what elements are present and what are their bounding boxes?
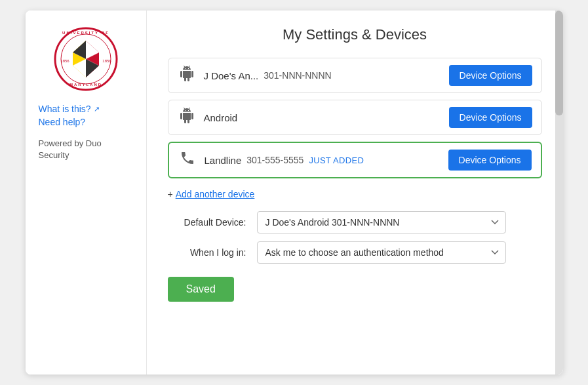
device-options-button-1[interactable]: Device Options [449,65,532,86]
university-logo: UNIVERSITY OF MARYLAND 1856 1856 [53,26,119,92]
scrollbar-track[interactable] [555,10,563,375]
page-title: My Settings & Devices [168,26,542,43]
default-device-row: Default Device: J Doe's Android 301-NNN-… [168,211,542,233]
svg-text:1856: 1856 [102,59,111,63]
add-device-section: + Add another device [168,189,542,199]
device-name: J Doe's An... [204,70,259,81]
what-is-this-link[interactable]: What is this? ↗ [39,104,100,114]
when-login-select[interactable]: Ask me to choose an authentication metho… [257,241,506,264]
svg-text:UNIVERSITY OF: UNIVERSITY OF [62,31,109,35]
when-login-label: When I log in: [168,247,246,258]
device-info-3: Landline 301-555-5555 JUST ADDED [205,155,441,166]
main-content: My Settings & Devices J Doe's An... 301-… [147,10,563,375]
when-login-row: When I log in: Ask me to choose an authe… [168,241,542,264]
android-icon-2 [178,108,196,127]
device-info-2: Android [204,112,441,123]
external-link-icon: ↗ [94,105,100,113]
android-icon [178,66,196,85]
save-button[interactable]: Saved [168,277,234,302]
device-info: J Doe's An... 301-NNN-NNNN [204,70,441,81]
default-device-select[interactable]: J Doe's Android 301-NNN-NNNNAndroidLandl… [257,211,506,233]
device-options-button-3[interactable]: Device Options [448,150,532,171]
default-device-label: Default Device: [168,217,246,228]
sidebar-links: What is this? ↗ Need help? [39,104,100,127]
devices-list: J Doe's An... 301-NNN-NNNN Device Option… [168,58,542,178]
device-number: 301-NNN-NNNN [264,70,331,81]
device-row: J Doe's An... 301-NNN-NNNN Device Option… [168,58,542,93]
svg-text:MARYLAND: MARYLAND [69,83,102,87]
page-container: UNIVERSITY OF MARYLAND 1856 1856 What is… [0,0,588,385]
device-row-highlighted: Landline 301-555-5555 JUST ADDED Device … [168,142,542,178]
main-card: UNIVERSITY OF MARYLAND 1856 1856 What is… [26,10,563,375]
sidebar: UNIVERSITY OF MARYLAND 1856 1856 What is… [26,10,147,375]
add-device-link[interactable]: Add another device [176,189,255,199]
device-name-2: Android [204,112,238,123]
scrollbar-thumb[interactable] [555,10,563,115]
powered-by-text: Powered by DuoSecurity [39,138,102,161]
just-added-badge: JUST ADDED [309,155,364,165]
need-help-link[interactable]: Need help? [39,117,100,127]
device-number-3: 301-555-5555 [246,155,304,165]
landline-icon [178,150,197,170]
svg-text:1856: 1856 [60,59,69,63]
device-options-button-2[interactable]: Device Options [449,107,532,128]
device-name-3: Landline [205,155,242,166]
device-row: Android Device Options [168,100,542,135]
settings-section: Default Device: J Doe's Android 301-NNN-… [168,211,542,264]
